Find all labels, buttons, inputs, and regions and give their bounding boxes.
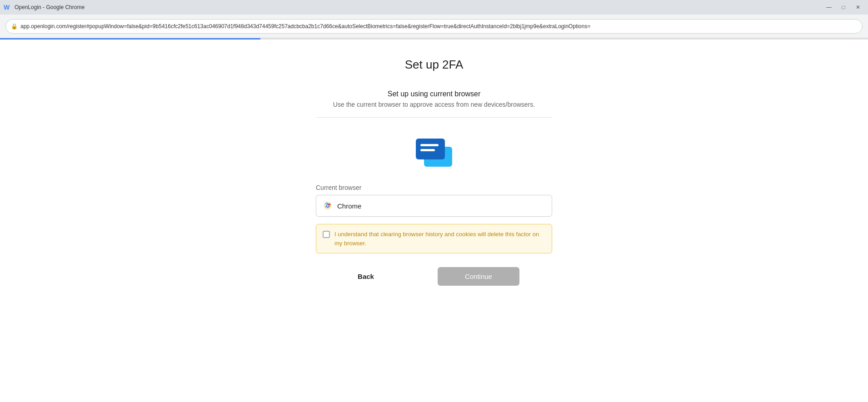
progress-fill — [0, 38, 260, 40]
browser-window: W OpenLogin - Google Chrome — □ ✕ 🔒 app.… — [0, 0, 868, 402]
browser-name-text: Chrome — [337, 202, 361, 210]
title-bar: W OpenLogin - Google Chrome — □ ✕ — [0, 0, 868, 15]
address-input[interactable]: app.openlogin.com/register#popupWindow=f… — [5, 19, 863, 34]
page-content: Set up 2FA Set up using current browser … — [0, 40, 868, 402]
svg-point-7 — [327, 205, 329, 207]
warning-box: I understand that clearing browser histo… — [316, 224, 552, 253]
svg-rect-2 — [420, 144, 439, 146]
progress-bar — [0, 38, 868, 40]
app-icon: W — [4, 4, 11, 11]
setup-header-subtitle: Use the current browser to approve acces… — [316, 101, 552, 108]
maximize-button[interactable]: □ — [837, 2, 850, 12]
window-controls: — □ ✕ — [823, 2, 864, 12]
setup-card: Set up using current browser Use the cur… — [316, 90, 552, 286]
window-title: OpenLogin - Google Chrome — [15, 4, 819, 10]
close-button[interactable]: ✕ — [852, 2, 864, 12]
warning-checkbox[interactable] — [323, 231, 330, 238]
browser-icon-area — [411, 134, 457, 170]
page-title: Set up 2FA — [405, 58, 464, 72]
browser-graphic-icon — [411, 134, 457, 170]
buttons-row: Back Continue — [316, 267, 552, 286]
current-browser-label: Current browser — [316, 184, 361, 191]
chrome-icon — [323, 201, 333, 211]
setup-header-title: Set up using current browser — [316, 90, 552, 98]
svg-rect-3 — [420, 149, 435, 151]
back-button[interactable]: Back — [349, 268, 383, 285]
minimize-button[interactable]: — — [823, 2, 835, 12]
lock-icon: 🔒 — [11, 23, 18, 30]
browser-field: Chrome — [316, 195, 552, 217]
address-bar: 🔒 app.openlogin.com/register#popupWindow… — [0, 15, 868, 38]
setup-header: Set up using current browser Use the cur… — [316, 90, 552, 118]
continue-button[interactable]: Continue — [438, 267, 519, 286]
warning-text: I understand that clearing browser histo… — [334, 230, 545, 248]
url-bar-container: 🔒 app.openlogin.com/register#popupWindow… — [5, 19, 863, 34]
